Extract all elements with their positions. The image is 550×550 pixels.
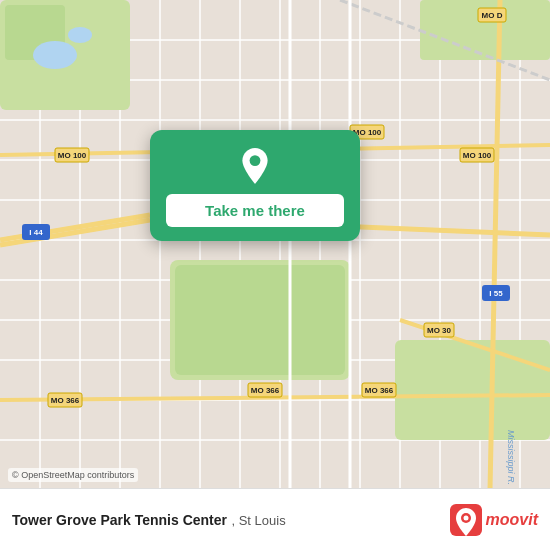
copyright-text: © OpenStreetMap contributors (8, 468, 138, 482)
svg-text:MO 30: MO 30 (427, 326, 452, 335)
location-pin-icon (237, 148, 273, 184)
svg-text:MO 100: MO 100 (58, 151, 87, 160)
svg-text:MO 366: MO 366 (365, 386, 394, 395)
popup-card: Take me there (150, 130, 360, 241)
place-name: Tower Grove Park Tennis Center (12, 512, 227, 528)
svg-point-28 (68, 27, 92, 43)
moovit-text: moovit (486, 511, 538, 529)
svg-text:I 55: I 55 (489, 289, 503, 298)
bottom-bar: Tower Grove Park Tennis Center , St Loui… (0, 488, 550, 550)
svg-text:Mississippi R.: Mississippi R. (506, 430, 516, 485)
svg-text:I 44: I 44 (29, 228, 43, 237)
take-me-there-button[interactable]: Take me there (166, 194, 344, 227)
svg-point-27 (33, 41, 77, 69)
svg-rect-30 (175, 265, 345, 375)
svg-point-67 (463, 515, 468, 520)
svg-text:MO D: MO D (482, 11, 503, 20)
map-container: I 44 I 55 MO 100 MO 100 MO 100 MO 366 MO… (0, 0, 550, 550)
moovit-logo: moovit (450, 504, 538, 536)
moovit-icon (450, 504, 482, 536)
place-city: , St Louis (231, 513, 285, 528)
svg-point-64 (250, 155, 261, 166)
map-svg: I 44 I 55 MO 100 MO 100 MO 100 MO 366 MO… (0, 0, 550, 490)
svg-text:MO 366: MO 366 (251, 386, 280, 395)
svg-text:MO 366: MO 366 (51, 396, 80, 405)
svg-rect-31 (395, 340, 550, 440)
svg-text:MO 100: MO 100 (463, 151, 492, 160)
